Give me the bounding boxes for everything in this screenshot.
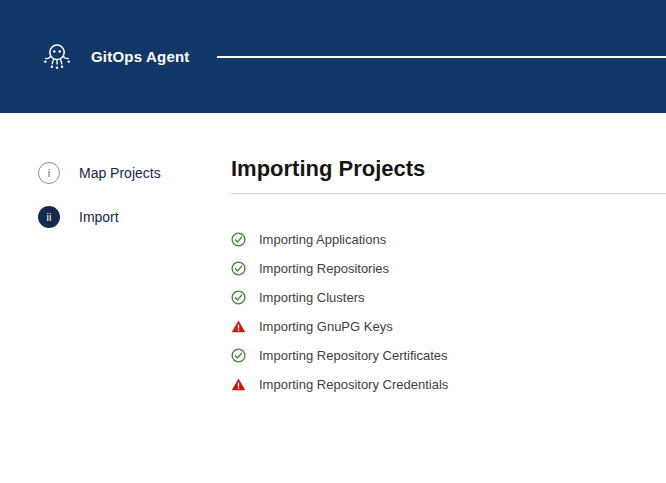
- task-label: Importing Repositories: [259, 261, 389, 276]
- task-label: Importing Clusters: [259, 290, 364, 305]
- task-label: Importing GnuPG Keys: [259, 319, 393, 334]
- check-circle-icon: [231, 232, 246, 247]
- wizard-step[interactable]: i Map Projects: [38, 162, 231, 184]
- page-body: i Map Projects ii Import Importing Proje…: [0, 113, 666, 483]
- wizard-step-label: Map Projects: [79, 165, 161, 181]
- main-content: Importing Projects Importing Application…: [231, 113, 666, 483]
- task-label: Importing Applications: [259, 232, 386, 247]
- warning-triangle-icon: [231, 319, 246, 334]
- step-indicator-icon: ii: [38, 206, 60, 228]
- task-list: Importing Applications Importing Reposit…: [231, 231, 666, 392]
- task-row: Importing Repository Credentials: [231, 376, 666, 392]
- task-row: Importing GnuPG Keys: [231, 318, 666, 334]
- wizard-nav: i Map Projects ii Import: [0, 113, 231, 483]
- octopus-logo-icon: [40, 40, 74, 74]
- check-circle-icon: [231, 348, 246, 363]
- task-row: Importing Clusters: [231, 289, 666, 305]
- title-divider: [231, 193, 666, 194]
- check-circle-icon: [231, 290, 246, 305]
- warning-triangle-icon: [231, 377, 246, 392]
- task-label: Importing Repository Credentials: [259, 377, 448, 392]
- task-label: Importing Repository Certificates: [259, 348, 448, 363]
- app-header: GitOps Agent: [0, 0, 666, 113]
- page-title: Importing Projects: [231, 156, 666, 182]
- step-indicator-icon: i: [38, 162, 60, 184]
- app-title: GitOps Agent: [91, 48, 190, 65]
- task-row: Importing Applications: [231, 231, 666, 247]
- header-divider: [217, 56, 666, 58]
- check-circle-icon: [231, 261, 246, 276]
- task-row: Importing Repository Certificates: [231, 347, 666, 363]
- wizard-step-label: Import: [79, 209, 119, 225]
- task-row: Importing Repositories: [231, 260, 666, 276]
- wizard-step[interactable]: ii Import: [38, 206, 231, 228]
